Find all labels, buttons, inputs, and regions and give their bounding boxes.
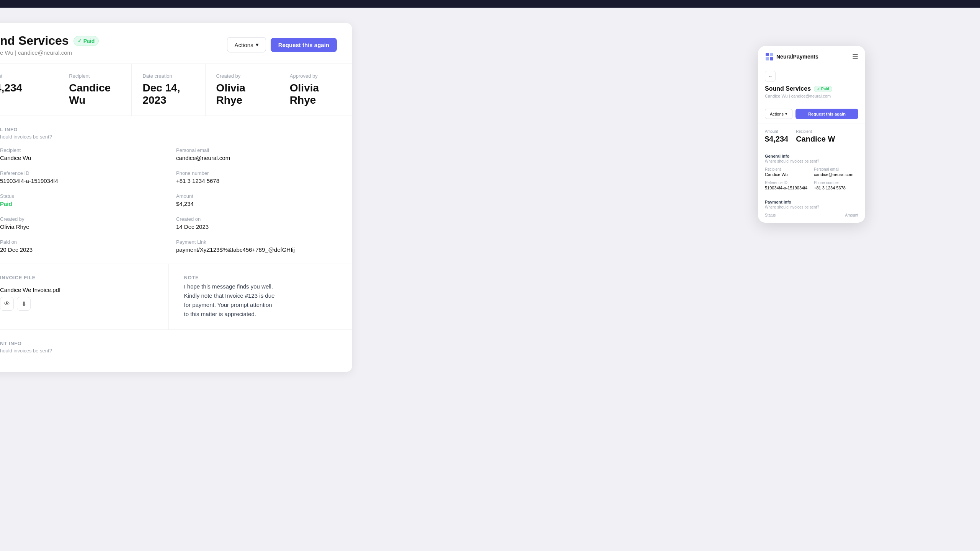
created-by-value: Olivia Rhye <box>216 82 268 106</box>
mobile-status-label: Status <box>765 213 776 217</box>
summary-recipient: Recipient Candice Wu <box>58 64 132 116</box>
payment-link-value: payment/XyZ123$%&Iabc456+789_@defGHIij <box>176 246 337 253</box>
date-label: Date creation <box>142 73 194 79</box>
mobile-email-field-label: Personal email <box>814 167 858 171</box>
download-file-button[interactable]: ⬇ <box>17 297 31 311</box>
mobile-paid-check: ✓ <box>817 87 820 91</box>
recipient-value: Candice Wu <box>69 82 121 106</box>
invoice-file-area: Candice We Invoice.pdf 👁 ⬇ <box>0 287 153 311</box>
mobile-phone-label: Phone number <box>814 181 858 185</box>
approved-by-value: Olivia Rhye <box>290 82 341 106</box>
created-on-value: 14 Dec 2023 <box>176 223 337 230</box>
created-by-field-label: Created by <box>0 216 161 222</box>
recipient-label: Recipient <box>69 73 121 79</box>
view-file-button[interactable]: 👁 <box>0 297 14 311</box>
bottom-row: Invoice File Candice We Invoice.pdf 👁 ⬇ … <box>0 264 352 330</box>
actions-label: Actions <box>234 42 253 48</box>
mobile-general-info-grid: Recipient Candice Wu Personal email cand… <box>765 167 858 190</box>
mobile-status-col: Status <box>765 213 776 218</box>
summary-created-by: Created by Olivia Rhye <box>206 64 279 116</box>
paid-on-field: Paid on 20 Dec 2023 <box>0 239 161 253</box>
date-value: Dec 14, 2023 <box>142 82 194 106</box>
mobile-amount-col: Amount <box>845 213 858 218</box>
mobile-card-title: Sound Services <box>765 85 811 92</box>
phone-field: Phone number +81 3 1234 5678 <box>176 170 337 184</box>
card-title-section: nd Services ✓ Paid e Wu | candice@neural… <box>0 34 99 56</box>
mobile-amount-value: $4,234 <box>765 135 788 143</box>
header-actions: Actions ▾ Request this again <box>227 37 337 52</box>
payment-link-field: Payment Link payment/XyZ123$%&Iabc456+78… <box>176 239 337 253</box>
reference-id-value: 519034f4-a-1519034f4 <box>0 178 161 184</box>
paid-badge: ✓ Paid <box>74 36 99 46</box>
note-text: I hope this message finds you well. Kind… <box>184 282 337 319</box>
top-bar <box>0 0 980 8</box>
phone-label: Phone number <box>176 170 337 176</box>
mobile-logo-text: NeuralPayments <box>776 54 818 60</box>
paid-on-value: 20 Dec 2023 <box>0 246 161 253</box>
mobile-phone-field: Phone number +81 3 1234 5678 <box>814 181 858 190</box>
created-by-field: Created by Olivia Rhye <box>0 216 161 230</box>
paid-label: Paid <box>83 38 95 44</box>
download-icon: ⬇ <box>21 300 26 308</box>
invoice-file-section: Invoice File Candice We Invoice.pdf 👁 ⬇ <box>0 264 169 329</box>
mobile-refid-label: Reference ID <box>765 181 809 185</box>
card-subtitle: e Wu | candice@neural.com <box>0 49 99 56</box>
mobile-recipient-summary: Recipient Candice W <box>796 129 835 143</box>
mobile-payment-info: Payment Info Where should invoices be se… <box>758 195 865 223</box>
general-info-subtitle: hould invoices be sent? <box>0 134 337 140</box>
payment-info-section: nt Info hould invoices be sent? <box>0 330 352 372</box>
personal-email-value: candice@neural.com <box>176 155 337 161</box>
summary-date: Date creation Dec 14, 2023 <box>132 64 205 116</box>
svg-rect-0 <box>766 53 769 56</box>
mobile-amount-summary: Amount $4,234 <box>765 129 788 143</box>
neuralpayments-logo-icon <box>765 52 774 61</box>
created-by-label: Created by <box>216 73 268 79</box>
mobile-payment-subtitle: Where should invoices be sent? <box>765 205 858 209</box>
amount-label: unt <box>0 73 47 79</box>
mobile-actions-button[interactable]: Actions ▾ <box>765 109 792 119</box>
reference-id-label: Reference ID <box>0 170 161 176</box>
mobile-back-button[interactable]: ← <box>765 71 776 82</box>
note-title: Note <box>184 275 337 280</box>
svg-rect-2 <box>766 57 769 60</box>
summary-row: unt 4,234 Recipient Candice Wu Date crea… <box>0 64 352 116</box>
mobile-title-row: Sound Services ✓ Paid <box>765 85 858 92</box>
mobile-menu-icon[interactable]: ☰ <box>852 52 858 61</box>
mobile-phone-value: +81 3 1234 5678 <box>814 186 858 190</box>
invoice-file-title: Invoice File <box>0 275 153 280</box>
status-field: Status Paid <box>0 193 161 207</box>
mobile-card-subtitle: Candice Wu | candice@neural.com <box>765 94 858 98</box>
mobile-recipient-field-value: Candice Wu <box>765 172 809 177</box>
mobile-general-info-title: General Info <box>765 154 858 158</box>
main-card: nd Services ✓ Paid e Wu | candice@neural… <box>0 23 352 372</box>
reference-id-field: Reference ID 519034f4-a-1519034f4 <box>0 170 161 184</box>
mobile-general-info: General Info Where should invoices be se… <box>758 149 865 195</box>
mobile-general-info-subtitle: Where should invoices be sent? <box>765 159 858 163</box>
status-label: Status <box>0 193 161 199</box>
file-actions: 👁 ⬇ <box>0 297 153 311</box>
request-again-button[interactable]: Request this again <box>271 38 337 52</box>
mobile-email-field-value: candice@neural.com <box>814 172 858 177</box>
mobile-paid-badge: ✓ Paid <box>814 86 832 92</box>
phone-value: +81 3 1234 5678 <box>176 178 337 184</box>
mobile-amount-label: Amount <box>765 129 788 134</box>
mobile-payment-title: Payment Info <box>765 200 858 204</box>
payment-info-title: nt Info <box>0 341 337 346</box>
mobile-card-header: Sound Services ✓ Paid Candice Wu | candi… <box>758 82 865 104</box>
mobile-recipient-label: Recipient <box>796 129 835 134</box>
amount-field: Amount $4,234 <box>176 193 337 207</box>
back-arrow-icon: ← <box>768 73 773 79</box>
status-value: Paid <box>0 201 161 207</box>
actions-button[interactable]: Actions ▾ <box>227 37 266 52</box>
mobile-summary: Amount $4,234 Recipient Candice W <box>758 124 865 149</box>
mobile-actions-row: Actions ▾ Request this again <box>758 104 865 124</box>
svg-rect-3 <box>770 57 773 60</box>
mobile-payment-row: Status Amount <box>765 213 858 218</box>
created-by-field-value: Olivia Rhye <box>0 223 161 230</box>
payment-link-label: Payment Link <box>176 239 337 245</box>
mobile-email-field: Personal email candice@neural.com <box>814 167 858 177</box>
mobile-recipient-field: Recipient Candice Wu <box>765 167 809 177</box>
mobile-request-button[interactable]: Request this again <box>795 109 858 119</box>
chevron-down-icon: ▾ <box>256 41 259 48</box>
mobile-paid-label: Paid <box>821 87 829 91</box>
